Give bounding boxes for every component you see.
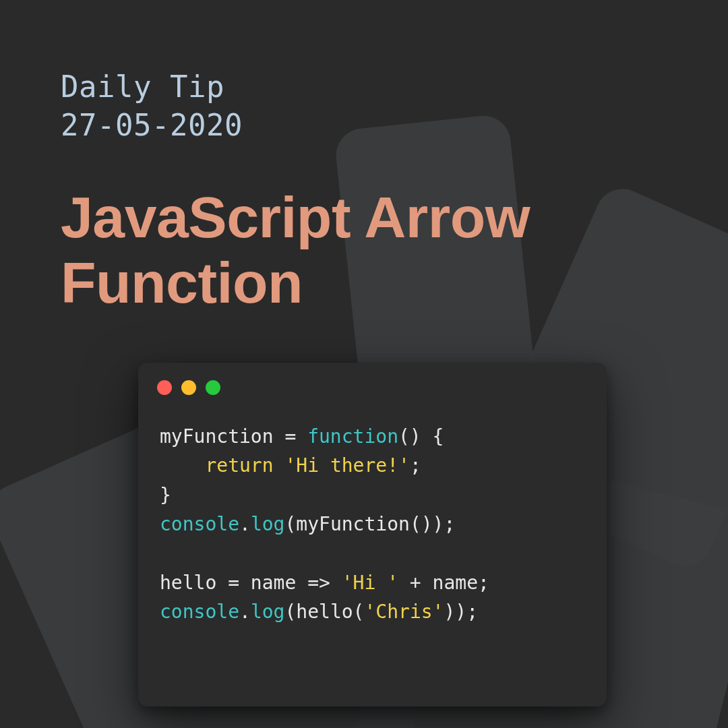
zoom-icon [206,380,220,395]
code-token [274,454,285,477]
close-icon [157,380,172,395]
code-token: (myFunction()); [284,513,455,535]
window-traffic-lights [138,363,607,402]
code-token-builtin: console [160,513,239,535]
code-token: . [239,601,251,623]
code-token-keyword: return [205,454,273,477]
kicker-line-1: Daily Tip [61,67,667,106]
code-token: ; [410,454,421,477]
code-window: myFunction = function() { return 'Hi the… [138,363,607,706]
code-token: (hello( [284,601,364,623]
code-token-string: 'Hi ' [342,572,398,594]
kicker: Daily Tip 27-05-2020 [61,67,667,144]
code-token-builtin: console [160,601,239,623]
code-token: )); [444,601,478,623]
code-token-keyword: function [307,425,398,448]
code-token-builtin: log [251,601,285,623]
code-token [160,454,205,477]
code-blank-line [160,543,171,565]
content-area: Daily Tip 27-05-2020 JavaScript Arrow Fu… [0,0,728,315]
minimize-icon [181,380,196,395]
code-token-string: 'Chris' [364,601,444,623]
code-token: . [239,513,251,535]
code-block: myFunction = function() { return 'Hi the… [138,402,607,627]
code-token: + name; [398,572,489,594]
code-token: hello = name => [160,572,342,594]
page-title: JavaScript Arrow Function [61,185,667,315]
code-token: () { [398,425,444,448]
kicker-line-2: 27-05-2020 [61,106,667,144]
code-token: } [160,484,171,506]
code-token-string: 'Hi there!' [284,454,409,477]
code-token: myFunction = [160,425,307,448]
code-token-builtin: log [251,513,285,535]
